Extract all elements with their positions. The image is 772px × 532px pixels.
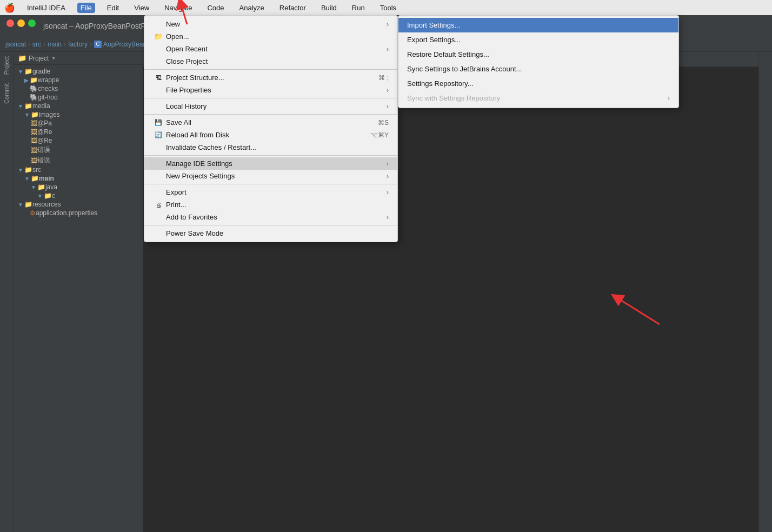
project-panel: 📁 Project ▼ ▼ 📁 gradle ▶ 📁 wrappe 🐘 — [14, 52, 143, 532]
menu-invalidate[interactable]: Invalidate Caches / Restart... — [144, 141, 397, 154]
submenu-settings-repo[interactable]: Settings Repository... — [398, 76, 678, 91]
file-img5-icon: 🖼 — [31, 157, 37, 164]
tree-item-images[interactable]: ▼ 📁 images — [14, 110, 143, 119]
sidebar-tab-commit[interactable]: Commit — [1, 79, 12, 108]
folder-gradle-icon: 📁 — [24, 68, 32, 75]
submenu-export-settings[interactable]: Export Settings... — [398, 32, 678, 47]
tree-item-githooks[interactable]: 🐘 git-hoo — [14, 93, 143, 102]
menu-new-projects-label: New Projects Settings — [166, 172, 235, 180]
project-panel-chevron[interactable]: ▼ — [51, 55, 56, 61]
file-menu-dropdown: New › 📁 Open... Open Recent › Close Proj… — [144, 15, 398, 242]
menu-code[interactable]: Code — [204, 3, 227, 13]
menu-tools[interactable]: Tools — [377, 3, 400, 13]
tree-item-wrapper[interactable]: ▶ 📁 wrappe — [14, 76, 143, 84]
menu-print[interactable]: 🖨 Print... — [144, 198, 397, 211]
submenu-import-label: Import Settings... — [407, 21, 460, 29]
file-img1-icon: 🖼 — [31, 119, 37, 127]
tree-label-img2: @Re — [37, 128, 52, 136]
menu-reload-shortcut: ⌥⌘Y — [370, 131, 389, 139]
folder-main-icon: 📁 — [31, 175, 39, 182]
menu-run[interactable]: Run — [349, 3, 368, 13]
menu-manage-ide-arrow: › — [387, 159, 389, 168]
tree-item-c[interactable]: ▼ 📁 c — [14, 191, 143, 200]
menu-power-save[interactable]: Power Save Mode — [144, 227, 397, 240]
tree-item-appprops[interactable]: ⚙ application.properties — [14, 209, 143, 217]
menu-sep-4 — [144, 155, 397, 156]
submenu-import-settings[interactable]: Import Settings... — [398, 18, 678, 32]
menu-intellij[interactable]: IntelliJ IDEA — [24, 3, 69, 13]
menu-sep-2 — [144, 98, 397, 98]
sidebar-tab-project[interactable]: Project — [1, 52, 12, 79]
menu-file-properties[interactable]: File Properties › — [144, 84, 397, 96]
menu-navigate[interactable]: Navigate — [161, 3, 195, 13]
menu-local-history[interactable]: Local History › — [144, 100, 397, 112]
menu-print-icon: 🖨 — [153, 202, 164, 208]
tree-item-img5[interactable]: 🖼 错误 — [14, 155, 143, 165]
menu-open-label: Open... — [166, 32, 189, 41]
tree-label-img1: @Pa — [37, 119, 52, 127]
breadcrumb-factory[interactable]: factory — [68, 41, 88, 48]
menu-close-project[interactable]: Close Project — [144, 55, 397, 68]
menu-save-all-label: Save All — [166, 118, 191, 127]
breadcrumb-main[interactable]: main — [48, 41, 62, 48]
menu-analyze[interactable]: Analyze — [236, 3, 268, 13]
menu-local-history-label: Local History — [166, 102, 207, 110]
tree-item-img4[interactable]: 🖼 错误 — [14, 145, 143, 155]
tree-item-main[interactable]: ▼ 📁 main — [14, 174, 143, 183]
submenu-restore-defaults[interactable]: Restore Default Settings... — [398, 47, 678, 62]
submenu-sync-repo[interactable]: Sync with Settings Repository › — [398, 91, 678, 105]
minimize-window-button[interactable] — [17, 19, 25, 27]
menu-sep-6 — [144, 225, 397, 225]
tree-label-checks: checks — [38, 85, 58, 92]
tree-item-img1[interactable]: 🖼 @Pa — [14, 119, 143, 128]
menu-save-shortcut: ⌘S — [378, 119, 389, 127]
menu-export-label: Export — [166, 188, 187, 196]
breadcrumb-sep-1: › — [28, 41, 30, 48]
menu-sep-1 — [144, 69, 397, 70]
file-img2-icon: 🖼 — [31, 128, 37, 136]
menu-project-structure[interactable]: 🏗 Project Structure... ⌘ ; — [144, 71, 397, 84]
menu-build[interactable]: Build — [318, 3, 340, 13]
submenu-sync-jetbrains[interactable]: Sync Settings to JetBrains Account... — [398, 62, 678, 76]
menu-manage-ide-label: Manage IDE Settings — [166, 159, 232, 168]
menu-sep-3 — [144, 114, 397, 115]
tree-item-media[interactable]: ▼ 📁 media — [14, 102, 143, 110]
folder-icon: 📁 — [18, 54, 26, 62]
tree-item-java[interactable]: ▼ 📁 java — [14, 183, 143, 191]
folder-java-icon: 📁 — [37, 183, 45, 191]
submenu-restore-label: Restore Default Settings... — [407, 50, 489, 58]
tree-item-src[interactable]: ▼ 📁 src — [14, 165, 143, 174]
menu-refactor[interactable]: Refactor — [276, 3, 309, 13]
tree-item-resources[interactable]: ▼ 📁 resources — [14, 200, 143, 209]
menu-new-projects-arrow: › — [387, 172, 389, 180]
breadcrumb-src[interactable]: src — [32, 41, 41, 48]
menu-save-all[interactable]: 💾 Save All ⌘S — [144, 116, 397, 129]
folder-resources-icon: 📁 — [24, 201, 32, 208]
menu-new-projects-settings[interactable]: New Projects Settings › — [144, 170, 397, 182]
menu-export[interactable]: Export › — [144, 186, 397, 198]
tree-item-gradle[interactable]: ▼ 📁 gradle — [14, 67, 143, 76]
tree-item-checks[interactable]: 🐘 checks — [14, 84, 143, 93]
tree-item-img3[interactable]: 🖼 @Re — [14, 136, 143, 145]
menu-edit[interactable]: Edit — [104, 3, 122, 13]
tree-label-appprops: application.properties — [36, 209, 97, 217]
menu-file[interactable]: File — [77, 3, 95, 13]
menu-reload-disk[interactable]: 🔄 Reload All from Disk ⌥⌘Y — [144, 129, 397, 141]
tree-item-img2[interactable]: 🖼 @Re — [14, 128, 143, 136]
menu-manage-ide[interactable]: Manage IDE Settings › — [144, 157, 397, 170]
menu-file-properties-label: File Properties — [166, 86, 211, 94]
menu-open-recent[interactable]: Open Recent › — [144, 43, 397, 55]
menu-view[interactable]: View — [131, 3, 152, 13]
close-window-button[interactable] — [6, 19, 14, 27]
tree-label-img5: 错误 — [37, 156, 50, 165]
apple-menu-icon[interactable]: 🍎 — [4, 3, 15, 13]
project-panel-title: Project — [29, 55, 49, 62]
menu-sep-5 — [144, 184, 397, 184]
breadcrumb-jsoncat[interactable]: jsoncat — [5, 41, 26, 48]
project-tree: ▼ 📁 gradle ▶ 📁 wrappe 🐘 checks 🐘 — [14, 65, 143, 532]
folder-c-icon: 📁 — [44, 192, 52, 200]
menu-new[interactable]: New › — [144, 18, 397, 30]
fullscreen-window-button[interactable] — [28, 19, 36, 27]
menu-add-favorites[interactable]: Add to Favorites › — [144, 211, 397, 223]
menu-open[interactable]: 📁 Open... — [144, 30, 397, 43]
